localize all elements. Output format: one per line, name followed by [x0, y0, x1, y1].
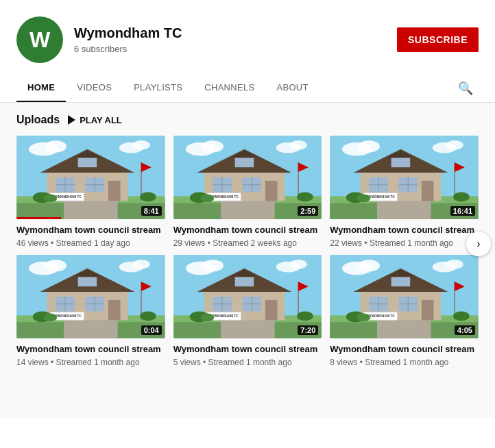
duration-badge: 7:20 — [298, 325, 318, 335]
svg-point-133 — [297, 312, 313, 321]
svg-text:WYMONDHAM TC: WYMONDHAM TC — [366, 314, 395, 318]
svg-point-52 — [297, 192, 313, 202]
svg-point-80 — [357, 195, 371, 203]
video-title: Wymondham town council stream — [330, 224, 479, 236]
svg-point-110 — [202, 260, 223, 272]
uploads-title: Uploads — [16, 114, 60, 126]
video-title: Wymondham town council stream — [16, 224, 165, 236]
svg-rect-119 — [234, 277, 254, 286]
svg-point-58 — [446, 140, 464, 150]
svg-point-25 — [140, 192, 156, 202]
svg-rect-92 — [78, 277, 97, 286]
svg-point-137 — [359, 260, 380, 272]
video-card[interactable]: WYMONDHAM TC 2:59Wymondham town council … — [173, 136, 322, 248]
svg-rect-127 — [265, 300, 278, 320]
nav-tabs: HOME VIDEOS PLAYLISTS CHANNELS ABOUT 🔍 — [0, 74, 495, 103]
video-title: Wymondham town council stream — [173, 224, 322, 236]
channel-subscribers: 6 subscribers — [74, 44, 182, 54]
video-card[interactable]: WYMONDHAM TC 7:20Wymondham town council … — [173, 255, 322, 367]
duration-badge: 2:59 — [298, 206, 318, 216]
video-title: Wymondham town council stream — [330, 343, 479, 356]
video-title: Wymondham town council stream — [173, 343, 322, 356]
svg-point-26 — [44, 194, 58, 202]
search-icon[interactable]: 🔍 — [452, 75, 479, 101]
svg-rect-38 — [234, 158, 254, 167]
svg-point-134 — [200, 314, 214, 322]
svg-point-31 — [289, 140, 307, 150]
svg-rect-154 — [422, 300, 434, 320]
video-grid: WYMONDHAM TC 8:41Wymondham town council … — [16, 136, 479, 367]
avatar: W — [16, 16, 63, 63]
duration-badge: 4:05 — [455, 325, 475, 335]
tab-playlists[interactable]: PLAYLISTS — [123, 74, 193, 102]
svg-point-4 — [132, 140, 150, 150]
video-thumbnail: WYMONDHAM TC 7:20 — [173, 255, 322, 338]
svg-rect-34 — [221, 199, 275, 219]
svg-point-79 — [453, 192, 470, 202]
svg-point-85 — [132, 260, 150, 269]
duration-badge: 16:41 — [450, 206, 475, 216]
svg-rect-115 — [221, 319, 275, 338]
video-thumbnail: WYMONDHAM TC 0:04 — [16, 255, 165, 338]
tab-home[interactable]: HOME — [16, 74, 66, 102]
video-meta: 14 views • Streamed 1 month ago — [16, 358, 165, 367]
channel-info: W Wymondham TC 6 subscribers — [16, 16, 182, 63]
svg-point-161 — [357, 314, 371, 322]
video-card[interactable]: WYMONDHAM TC 0:04Wymondham town council … — [16, 255, 165, 367]
svg-rect-46 — [265, 181, 278, 201]
uploads-section-header: Uploads PLAY ALL — [16, 114, 479, 126]
video-thumbnail: WYMONDHAM TC 4:05 — [330, 255, 479, 338]
svg-point-29 — [202, 140, 223, 153]
duration-badge: 8:41 — [141, 206, 162, 216]
svg-text:WYMONDHAM TC: WYMONDHAM TC — [210, 314, 239, 318]
subscribe-button[interactable]: SUBSCRIBE — [397, 27, 479, 52]
svg-text:WYMONDHAM TC: WYMONDHAM TC — [210, 195, 239, 199]
video-meta: 46 views • Streamed 1 day ago — [16, 238, 165, 248]
svg-text:WYMONDHAM TC: WYMONDHAM TC — [366, 195, 395, 199]
video-meta: 5 views • Streamed 1 month ago — [173, 358, 322, 367]
svg-point-107 — [44, 314, 58, 322]
nav-tabs-list: HOME VIDEOS PLAYLISTS CHANNELS ABOUT — [16, 74, 319, 102]
svg-rect-19 — [108, 181, 121, 201]
svg-rect-142 — [377, 319, 431, 338]
play-icon — [68, 115, 75, 125]
content-area: Uploads PLAY ALL — [0, 103, 495, 418]
video-meta: 8 views • Streamed 1 month ago — [330, 358, 479, 367]
channel-name: Wymondham TC — [74, 25, 182, 41]
svg-point-160 — [453, 312, 470, 321]
svg-rect-61 — [377, 199, 431, 219]
video-card[interactable]: WYMONDHAM TC 4:05Wymondham town council … — [330, 255, 479, 367]
play-all-button[interactable]: PLAY ALL — [68, 115, 122, 125]
svg-rect-65 — [391, 158, 411, 167]
video-progress-bar — [16, 217, 61, 219]
channel-text-info: Wymondham TC 6 subscribers — [74, 25, 182, 54]
svg-rect-7 — [64, 199, 118, 219]
video-thumbnail: WYMONDHAM TC 8:41 — [16, 136, 165, 219]
video-title: Wymondham town council stream — [16, 343, 165, 356]
tab-videos[interactable]: VIDEOS — [66, 74, 123, 102]
svg-rect-88 — [64, 319, 118, 338]
video-thumbnail: WYMONDHAM TC 16:41 — [330, 136, 479, 219]
channel-header: W Wymondham TC 6 subscribers SUBSCRIBE — [0, 0, 495, 74]
svg-point-2 — [45, 140, 67, 153]
svg-point-112 — [289, 260, 307, 269]
next-arrow-button[interactable]: › — [466, 232, 491, 256]
svg-rect-11 — [78, 158, 97, 167]
video-card[interactable]: WYMONDHAM TC 16:41Wymondham town council… — [330, 136, 479, 248]
tab-channels[interactable]: CHANNELS — [193, 74, 265, 102]
tab-about[interactable]: ABOUT — [265, 74, 319, 102]
svg-rect-146 — [391, 277, 411, 286]
svg-point-106 — [140, 312, 156, 321]
svg-point-83 — [45, 260, 67, 272]
video-card[interactable]: WYMONDHAM TC 8:41Wymondham town council … — [16, 136, 165, 248]
svg-point-53 — [200, 195, 214, 203]
svg-rect-100 — [108, 300, 121, 320]
video-meta: 29 views • Streamed 2 weeks ago — [173, 238, 322, 248]
svg-text:WYMONDHAM TC: WYMONDHAM TC — [53, 195, 82, 199]
svg-text:WYMONDHAM TC: WYMONDHAM TC — [53, 314, 82, 318]
svg-rect-73 — [422, 181, 434, 201]
svg-point-56 — [359, 140, 380, 153]
svg-point-139 — [446, 260, 464, 269]
duration-badge: 0:04 — [141, 325, 162, 335]
video-meta: 22 views • Streamed 1 month ago — [330, 238, 479, 248]
